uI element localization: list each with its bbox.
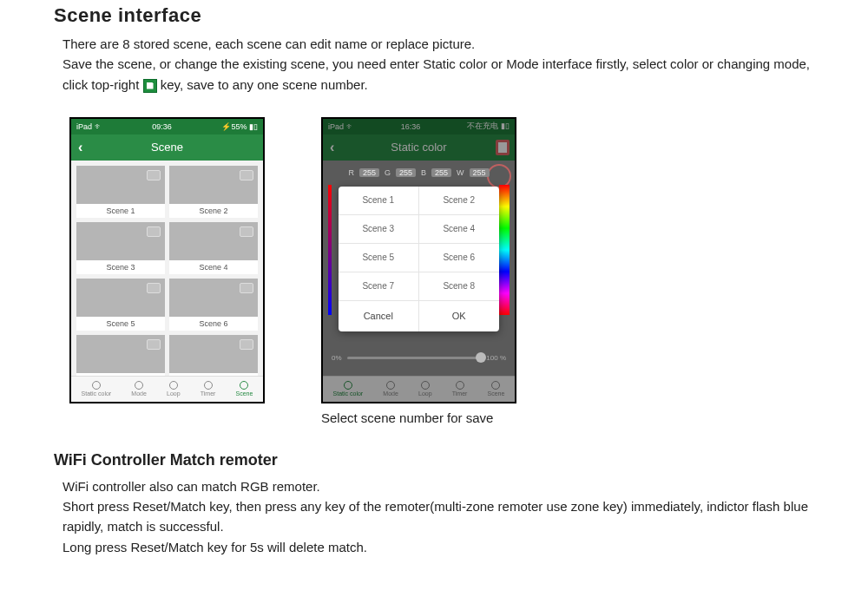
- heading-scene-interface: Scene interface: [54, 4, 868, 27]
- rgb-value-w: 255: [470, 168, 490, 177]
- paragraph: Short press Reset/Match key, then press …: [62, 496, 851, 537]
- status-time: 16:36: [401, 122, 421, 131]
- rgb-label: B: [421, 168, 426, 177]
- status-device: iPad ᯤ: [328, 122, 354, 131]
- tab-label: Scene: [236, 390, 253, 397]
- back-icon[interactable]: ‹: [78, 140, 82, 155]
- text-fragment: key, save to any one scene number.: [161, 77, 368, 92]
- scene-item[interactable]: Scene 5: [76, 279, 165, 331]
- hue-strip-right: [499, 185, 510, 315]
- scene-item[interactable]: Scene 3: [76, 222, 165, 274]
- scene-thumbnail: [76, 222, 165, 260]
- screenshot-scene-list: iPad ᯤ 09:36 ⚡55% ▮▯ ‹ Scene Scene 1 Sce…: [69, 117, 265, 403]
- scene-label: Scene 5: [76, 317, 165, 331]
- tab-scene[interactable]: Scene: [236, 381, 253, 397]
- title-bar: ‹ Static color: [323, 134, 515, 161]
- status-battery: 不在充电 ▮▯: [467, 121, 510, 132]
- cancel-button[interactable]: Cancel: [339, 301, 419, 331]
- paragraph: Long press Reset/Match key for 5s will d…: [62, 537, 851, 557]
- popup-scene-option[interactable]: Scene 7: [339, 272, 419, 301]
- scene-thumbnail: [169, 166, 258, 204]
- scene-icon: [491, 381, 500, 390]
- tab-scene[interactable]: Scene: [488, 381, 505, 397]
- tab-loop[interactable]: Loop: [418, 381, 432, 397]
- tab-bar: Static color Mode Loop Timer Scene: [71, 376, 263, 402]
- heading-wifi-match: WiFi Controller Match remoter: [54, 451, 868, 469]
- scene-label: Scene 4: [169, 260, 258, 274]
- paragraph: click top-right key, save to any one sce…: [62, 75, 851, 95]
- tab-label: Mode: [383, 390, 398, 397]
- tab-bar: Static color Mode Loop Timer Scene: [323, 376, 515, 402]
- popup-scene-option[interactable]: Scene 4: [419, 215, 500, 244]
- timer-icon: [456, 381, 464, 390]
- mode-icon: [386, 381, 395, 390]
- scene-thumbnail: [169, 222, 258, 260]
- rgb-label: W: [457, 168, 464, 177]
- screen-title: Static color: [391, 141, 446, 154]
- slider-min-label: 0%: [332, 354, 342, 362]
- tab-label: Loop: [167, 390, 181, 397]
- scene-icon: [240, 381, 248, 390]
- tab-static-color[interactable]: Static color: [333, 381, 364, 397]
- scene-label: Scene 6: [169, 317, 258, 331]
- tab-label: Timer: [201, 390, 216, 397]
- tab-loop[interactable]: Loop: [167, 381, 181, 397]
- slider-track[interactable]: [347, 357, 482, 359]
- tab-mode[interactable]: Mode: [383, 381, 398, 397]
- scene-item[interactable]: Scene 8: [169, 335, 258, 376]
- save-key-icon: [143, 79, 157, 93]
- rgb-value-b: 255: [431, 168, 451, 177]
- popup-scene-option[interactable]: Scene 8: [419, 272, 500, 301]
- palette-icon: [344, 381, 352, 390]
- rgb-label: R: [348, 168, 354, 177]
- scene-item[interactable]: Scene 4: [169, 222, 258, 274]
- scene-label: Scene 2: [169, 204, 258, 218]
- scene-select-popup: Scene 1 Scene 2 Scene 3 Scene 4 Scene 5 …: [339, 187, 499, 331]
- screenshot-caption: Select scene number for save: [321, 410, 868, 425]
- scene-item[interactable]: Scene 7: [76, 335, 165, 376]
- scene-item[interactable]: Scene 2: [169, 166, 258, 218]
- tab-label: Timer: [452, 390, 468, 397]
- back-icon[interactable]: ‹: [330, 140, 334, 155]
- scene-grid: Scene 1 Scene 2 Scene 3 Scene 4 Scene 5 …: [71, 161, 263, 376]
- loop-icon: [421, 381, 430, 390]
- scene-label: Scene 1: [76, 204, 165, 218]
- scene-item[interactable]: Scene 1: [76, 166, 165, 218]
- popup-scene-option[interactable]: Scene 6: [419, 244, 500, 272]
- text-fragment: click top-right: [62, 77, 139, 92]
- paragraph: WiFi controller also can match RGB remot…: [62, 476, 851, 496]
- tab-label: Static color: [82, 390, 112, 397]
- save-icon[interactable]: [496, 140, 510, 155]
- tab-label: Loop: [418, 390, 432, 397]
- scene-thumbnail: [76, 335, 165, 373]
- popup-scene-option[interactable]: Scene 3: [339, 215, 419, 244]
- tab-label: Static color: [333, 390, 364, 397]
- screenshot-save-popup: iPad ᯤ 16:36 不在充电 ▮▯ ‹ Static color R255…: [321, 117, 516, 403]
- tab-timer[interactable]: Timer: [452, 381, 468, 397]
- timer-icon: [204, 381, 213, 390]
- scene-thumbnail: [76, 279, 165, 317]
- slider-max-label: 100 %: [486, 354, 506, 362]
- rgb-label: G: [385, 168, 391, 177]
- rgb-values-row: R255 G255 B255 W255: [323, 166, 515, 180]
- scene-thumbnail: [76, 166, 165, 204]
- ok-button[interactable]: OK: [419, 301, 500, 331]
- tab-mode[interactable]: Mode: [131, 381, 147, 397]
- status-device: iPad ᯤ: [76, 122, 102, 131]
- loop-icon: [169, 381, 178, 390]
- mode-icon: [135, 381, 143, 390]
- popup-scene-option[interactable]: Scene 2: [419, 187, 500, 215]
- slider-thumb[interactable]: [476, 352, 486, 363]
- title-bar: ‹ Scene: [71, 134, 263, 161]
- tab-static-color[interactable]: Static color: [82, 381, 112, 397]
- scene-item[interactable]: Scene 6: [169, 279, 258, 331]
- scene-thumbnail: [169, 279, 258, 317]
- tab-timer[interactable]: Timer: [201, 381, 216, 397]
- status-bar: iPad ᯤ 16:36 不在充电 ▮▯: [323, 119, 515, 134]
- popup-scene-option[interactable]: Scene 1: [339, 187, 419, 215]
- status-time: 09:36: [152, 122, 172, 131]
- status-bar: iPad ᯤ 09:36 ⚡55% ▮▯: [71, 119, 263, 134]
- paragraph: There are 8 stored scene, each scene can…: [62, 34, 851, 54]
- popup-scene-option[interactable]: Scene 5: [339, 244, 419, 272]
- tab-label: Scene: [488, 390, 505, 397]
